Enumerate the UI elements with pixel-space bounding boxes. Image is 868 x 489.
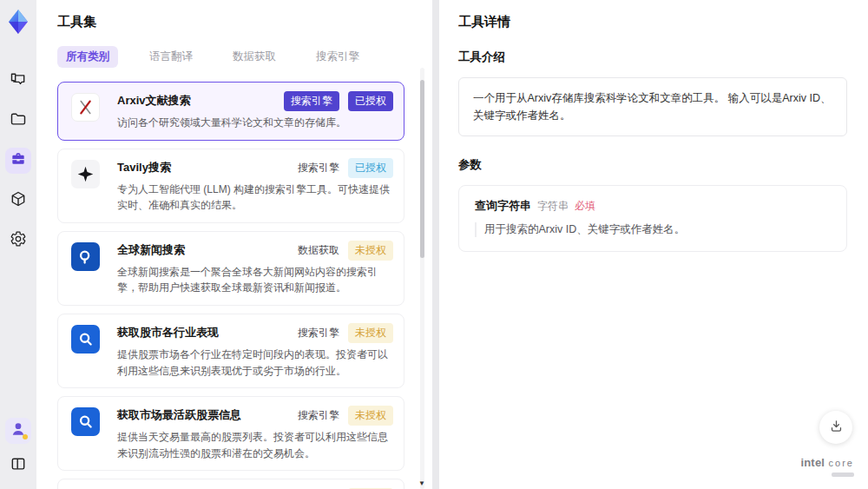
core-wordmark: core	[829, 458, 854, 468]
tool-description: 提供当天交易量最高的股票列表。投资者可以利用这些信息来识别流动性强的股票和潜在的…	[117, 429, 393, 461]
auth-status-badge: 已授权	[348, 91, 393, 111]
stock-search-icon	[71, 325, 100, 354]
intel-core-logo: intel core	[800, 454, 854, 477]
tool-list: Arxiv文献搜索搜索引擎已授权访问各个研究领域大量科学论文和文章的存储库。Ta…	[57, 82, 404, 489]
tool-intro-box: 一个用于从Arxiv存储库搜索科学论文和文章的工具。 输入可以是Arxiv ID…	[458, 77, 847, 136]
param-name: 查询字符串	[475, 198, 531, 214]
category-tab-0[interactable]: 所有类别	[57, 46, 118, 68]
tool-card-3[interactable]: 获取股市各行业表现搜索引擎未授权提供股票市场各个行业在特定时间段内的表现。投资者…	[57, 314, 404, 388]
sidebar-item-chat[interactable]	[5, 68, 31, 94]
sidebar-item-models[interactable]	[5, 188, 31, 214]
auth-status-badge: 未授权	[348, 406, 393, 426]
tool-name: 获取股市各行业表现	[117, 323, 291, 340]
tool-description: 访问各个研究领域大量科学论文和文章的存储库。	[117, 115, 393, 131]
tool-detail-panel: 工具详情 工具介绍 一个用于从Arxiv存储库搜索科学论文和文章的工具。 输入可…	[439, 0, 868, 489]
tool-card-2[interactable]: 全球新闻搜索数据获取未授权全球新闻搜索是一个聚合全球各大新闻网站内容的搜索引擎，…	[57, 231, 404, 306]
tool-description: 专为人工智能代理 (LLM) 构建的搜索引擎工具。可快速提供实时、准确和真实的结…	[117, 182, 393, 214]
tool-card-0[interactable]: Arxiv文献搜索搜索引擎已授权访问各个研究领域大量科学论文和文章的存储库。	[57, 82, 404, 141]
sidebar-item-folder[interactable]	[5, 108, 31, 134]
tool-name: 获取市场最活跃股票信息	[117, 406, 291, 423]
arxiv-icon	[71, 93, 100, 122]
chat-icon	[10, 70, 27, 91]
tool-description: 提供股票市场各个行业在特定时间段内的表现。投资者可以利用这些信息来识别表现优于或…	[117, 347, 393, 379]
cube-icon	[10, 190, 27, 211]
panel-toggle-icon	[10, 455, 27, 476]
sidebar-item-toolbox[interactable]	[5, 148, 31, 174]
account-button[interactable]	[5, 418, 31, 444]
toolbox-icon	[10, 150, 27, 171]
collapse-panel-button[interactable]	[5, 453, 31, 479]
category-tab-1[interactable]: 语言翻译	[141, 46, 201, 68]
auth-status-badge: 搜索引擎	[284, 91, 339, 111]
tool-card-5[interactable]: 万维地区新闻查询搜索引擎未授权查询具体行政区划内的新闻，快速了解各地新闻动	[57, 479, 404, 489]
category-tab-2[interactable]: 数据获取	[224, 46, 285, 68]
scrollbar-down-arrow[interactable]: ▼	[418, 479, 425, 487]
app-logo	[5, 9, 31, 35]
tavily-icon	[71, 160, 100, 188]
category-tabs: 所有类别语言翻译数据获取搜索引擎	[57, 46, 413, 68]
param-description: 用于搜索的Arxiv ID、关键字或作者姓名。	[475, 222, 831, 237]
detail-title: 工具详情	[458, 14, 847, 30]
intro-heading: 工具介绍	[458, 50, 847, 65]
tool-card-4[interactable]: 获取市场最活跃股票信息搜索引擎未授权提供当天交易量最高的股票列表。投资者可以利用…	[57, 396, 404, 471]
auth-status-badge: 已授权	[348, 158, 393, 178]
tool-name: 全球新闻搜索	[117, 241, 291, 258]
news-search-icon	[71, 242, 100, 271]
category-tab-3[interactable]: 搜索引擎	[307, 46, 368, 68]
download-button[interactable]	[819, 411, 852, 444]
category-label: 搜索引擎	[298, 323, 339, 343]
tool-name: Tavily搜索	[117, 158, 291, 175]
intel-wordmark: intel	[800, 456, 825, 469]
download-icon	[829, 419, 844, 437]
tool-description: 全球新闻搜索是一个聚合全球各大新闻网站内容的搜索引擎，帮助用户快速获取全球最新资…	[117, 264, 393, 296]
intel-badge-underline	[832, 472, 854, 477]
category-label: 数据获取	[298, 241, 339, 261]
tool-list-panel: 工具集 所有类别语言翻译数据获取搜索引擎 Arxiv文献搜索搜索引擎已授权访问各…	[36, 0, 432, 489]
folder-icon	[10, 110, 27, 131]
stock-search-icon	[71, 407, 100, 436]
tool-name: Arxiv文献搜索	[117, 91, 277, 109]
list-scrollbar[interactable]: ▼	[420, 68, 424, 489]
tool-card-1[interactable]: Tavily搜索搜索引擎已授权专为人工智能代理 (LLM) 构建的搜索引擎工具。…	[57, 149, 404, 223]
params-heading: 参数	[458, 157, 847, 173]
sidebar-item-settings[interactable]	[5, 228, 31, 254]
auth-status-badge: 未授权	[348, 241, 393, 261]
app-sidebar	[0, 0, 36, 489]
auth-status-badge: 未授权	[348, 323, 393, 343]
parameter-card: 查询字符串 字符串 必填 用于搜索的Arxiv ID、关键字或作者姓名。	[458, 185, 847, 252]
param-type: 字符串	[537, 199, 569, 214]
scrollbar-thumb[interactable]	[420, 80, 424, 258]
category-label: 搜索引擎	[298, 406, 339, 426]
panel-divider	[432, 0, 439, 489]
category-label: 搜索引擎	[298, 158, 339, 178]
param-required-badge: 必填	[575, 199, 595, 214]
gear-icon	[10, 230, 27, 251]
status-dot	[23, 434, 28, 439]
page-title: 工具集	[57, 14, 413, 30]
